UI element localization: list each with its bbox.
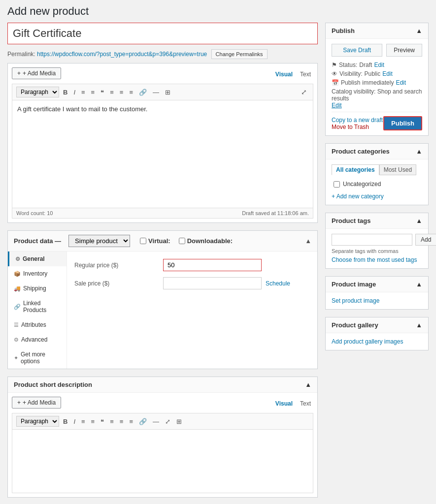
publish-time-edit-link[interactable]: Edit [396, 79, 406, 86]
tab-visual[interactable]: Visual [273, 70, 295, 79]
blockquote-button[interactable]: ❝ [99, 88, 106, 97]
publish-button[interactable]: Publish [383, 116, 422, 130]
catalog-edit-link[interactable]: Edit [332, 102, 422, 109]
gallery-title: Product gallery [332, 321, 378, 329]
move-trash-link[interactable]: Move to Trash [332, 124, 383, 130]
nav-item-shipping[interactable]: 🚚 Shipping [8, 281, 67, 296]
short-desc-tab-text[interactable]: Text [298, 399, 313, 408]
product-data-toggle[interactable]: ▲ [305, 237, 311, 245]
ordered-list-button[interactable]: ≡ [79, 88, 87, 97]
sd-align-left-button[interactable]: ≡ [108, 417, 116, 426]
status-edit-link[interactable]: Edit [374, 62, 384, 68]
schedule-link[interactable]: Schedule [266, 280, 290, 287]
word-count-bar: Word count: 10 Draft saved at 11:18:06 a… [12, 208, 313, 219]
save-draft-button[interactable]: Save Draft [332, 44, 382, 57]
product-title-input[interactable] [7, 23, 318, 44]
short-desc-paragraph-select[interactable]: Paragraph [16, 416, 59, 427]
categories-toggle[interactable]: ▲ [416, 148, 422, 155]
bold-button[interactable]: B [61, 88, 69, 97]
sale-price-input[interactable] [163, 277, 262, 289]
virtual-checkbox[interactable] [140, 238, 146, 244]
virtual-label[interactable]: Virtual: [140, 237, 170, 245]
nav-item-attributes[interactable]: ☰ Attributes [8, 317, 67, 332]
downloadable-checkbox[interactable] [179, 238, 185, 244]
image-toggle[interactable]: ▲ [416, 281, 422, 288]
regular-price-input[interactable] [163, 259, 262, 271]
nav-linked-label: Linked Products [23, 300, 61, 314]
more-button[interactable]: — [151, 88, 161, 97]
tags-choose-link[interactable]: Choose from the most used tags [332, 256, 422, 263]
align-right-button[interactable]: ≡ [127, 88, 135, 97]
align-left-button[interactable]: ≡ [108, 88, 116, 97]
short-desc-tab-visual[interactable]: Visual [273, 399, 295, 408]
table-button[interactable]: ⊞ [163, 88, 172, 97]
nav-item-advanced[interactable]: ⚙ Advanced [8, 332, 67, 347]
cat-tab-all[interactable]: All categories [332, 164, 379, 175]
sd-table-button[interactable]: ⊞ [174, 417, 184, 426]
regular-price-label: Regular price ($) [74, 262, 163, 269]
short-desc-editor-area[interactable] [12, 429, 313, 493]
short-desc-content: + + Add Media Visual Text Paragraph B [8, 393, 317, 497]
sd-blockquote-button[interactable]: ❝ [99, 417, 106, 426]
sd-more-button[interactable]: — [151, 417, 161, 426]
expand-button[interactable]: ⤢ [299, 87, 309, 97]
tab-text[interactable]: Text [298, 70, 313, 79]
italic-button[interactable]: I [71, 88, 77, 97]
tags-header: Product tags ▲ [326, 213, 428, 229]
add-gallery-images-link[interactable]: Add product gallery images [332, 338, 422, 345]
sd-align-center-button[interactable]: ≡ [118, 417, 126, 426]
add-media-icon: + [17, 70, 21, 77]
nav-advanced-label: Advanced [21, 336, 47, 343]
sd-ol-button[interactable]: ≡ [79, 417, 87, 426]
permalink-url[interactable]: https://wpdocflow.com/?post_type=product… [37, 51, 207, 58]
editor-content-area[interactable]: A gift certificate I want to mail to the… [12, 100, 313, 208]
tags-toggle[interactable]: ▲ [416, 217, 422, 224]
category-checkbox-uncategorized[interactable] [334, 181, 340, 188]
link-button[interactable]: 🔗 [137, 88, 149, 97]
sd-link-button[interactable]: 🔗 [137, 417, 149, 426]
advanced-icon: ⚙ [14, 337, 19, 343]
status-row: ⚑ Status: Draft Edit [332, 62, 422, 68]
visibility-edit-link[interactable]: Edit [382, 70, 393, 77]
cat-tab-most-used[interactable]: Most Used [379, 164, 416, 175]
permalink-bar: Permalink: https://wpdocflow.com/?post_t… [7, 49, 318, 59]
short-desc-title: Product short description [14, 381, 92, 388]
paragraph-select[interactable]: Paragraph [16, 87, 59, 97]
publish-toggle[interactable]: ▲ [416, 27, 422, 34]
editor-tabs: Visual Text [273, 70, 313, 79]
sd-italic-button[interactable]: I [71, 417, 77, 426]
nav-item-inventory[interactable]: 📦 Inventory [8, 266, 67, 281]
set-product-image-link[interactable]: Set product image [332, 297, 422, 304]
sd-expand-button[interactable]: ⤢ [163, 417, 172, 426]
sd-ul-button[interactable]: ≡ [89, 417, 97, 426]
nav-item-general[interactable]: ⚙ General [8, 252, 67, 266]
add-media-button[interactable]: + + Add Media [12, 67, 61, 79]
copy-draft-link[interactable]: Copy to a new draft [332, 117, 383, 124]
gallery-toggle[interactable]: ▲ [416, 321, 422, 329]
sd-align-right-button[interactable]: ≡ [127, 417, 135, 426]
tags-add-button[interactable]: Add [415, 234, 436, 246]
nav-item-linked[interactable]: 🔗 Linked Products [8, 296, 67, 317]
preview-button[interactable]: Preview [386, 44, 422, 57]
draft-saved: Draft saved at 11:18:06 am. [242, 210, 309, 216]
change-permalinks-button[interactable]: Change Permalinks [211, 49, 268, 59]
unordered-list-button[interactable]: ≡ [89, 88, 97, 97]
product-data-nav: ⚙ General 📦 Inventory 🚚 Shipping [8, 252, 67, 369]
sd-bold-button[interactable]: B [61, 417, 69, 426]
align-center-button[interactable]: ≡ [118, 88, 126, 97]
image-header: Product image ▲ [326, 277, 428, 292]
inventory-icon: 📦 [14, 271, 21, 277]
publish-panel-title: Publish [332, 27, 355, 34]
product-type-select[interactable]: Simple product [68, 235, 130, 247]
downloadable-label[interactable]: Downloadable: [179, 237, 233, 245]
tags-input[interactable] [332, 234, 412, 246]
nav-item-more[interactable]: ✦ Get more options [8, 347, 67, 369]
publish-panel-body: Save Draft Preview ⚑ Status: Draft Edit … [326, 39, 428, 135]
image-body: Set product image [326, 292, 428, 309]
virtual-text: Virtual: [148, 237, 170, 245]
product-data-body: ⚙ General 📦 Inventory 🚚 Shipping [8, 252, 317, 369]
short-desc-add-media-button[interactable]: + + Add Media [12, 397, 61, 409]
short-desc-toggle[interactable]: ▲ [305, 381, 311, 388]
status-value: Draft [359, 62, 372, 68]
add-new-category-link[interactable]: + Add new category [332, 193, 384, 200]
